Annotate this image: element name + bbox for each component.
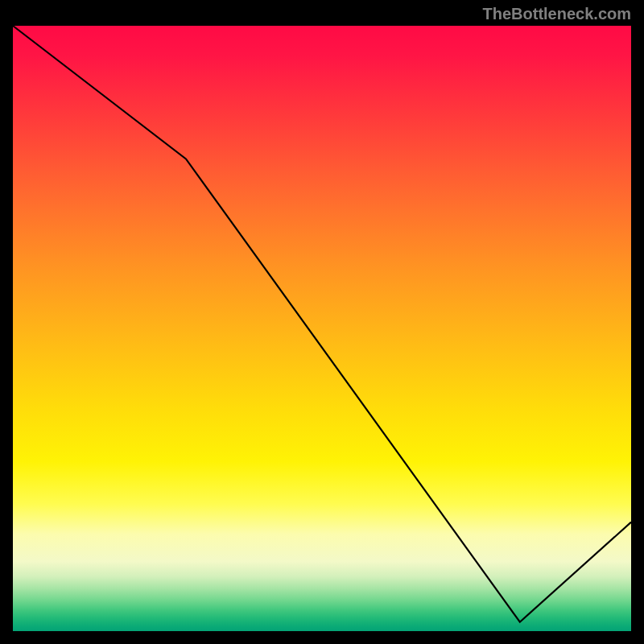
- chart-gradient-background: [13, 26, 631, 631]
- watermark-text: TheBottleneck.com: [483, 5, 631, 23]
- chart-frame: [10, 23, 634, 634]
